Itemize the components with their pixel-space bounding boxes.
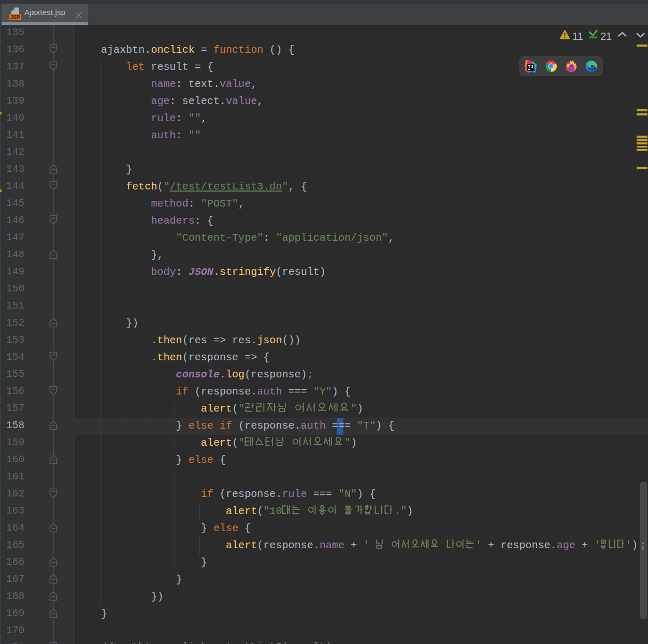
- svg-text:IJ: IJ: [528, 65, 534, 70]
- svg-text:JSP: JSP: [10, 14, 20, 20]
